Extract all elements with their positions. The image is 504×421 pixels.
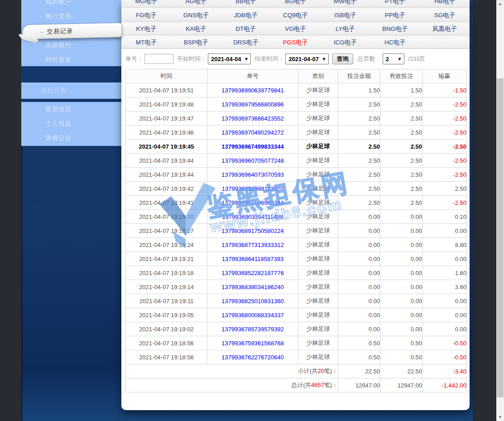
table-row: 2021-04-07 19:19:211379936864118587393少林… (126, 252, 467, 266)
order-number-link[interactable]: 1379936960705077248 (221, 157, 283, 164)
order-number-link[interactable]: 1379936964073070593 (221, 171, 283, 178)
tab-KA电子[interactable]: KA电子 (171, 25, 221, 33)
tab-CQ9电子[interactable]: CQ9电子 (271, 11, 321, 19)
tab-MT电子[interactable]: MT电子 (121, 39, 171, 47)
cell-time: 2021-04-07 19:18:56 (126, 336, 207, 350)
col-header-category: 类别 (298, 69, 338, 83)
order-number-link[interactable]: 1379936891750580224 (221, 227, 283, 234)
order-number-link[interactable]: 1379936852282187776 (221, 270, 283, 276)
cell-order[interactable]: 1379936785739579392 (207, 322, 298, 336)
end-date-select[interactable]: 2021-04-07 ▼ (285, 53, 328, 64)
order-number-link[interactable]: 1379936800088334337 (221, 312, 283, 319)
end-date-label: 结束时间： (254, 55, 284, 63)
tab-AG电子[interactable]: AG电子 (171, 0, 221, 5)
tab-MW电子[interactable]: MW电子 (320, 0, 370, 5)
order-number-link[interactable]: 1379936864118587393 (222, 256, 283, 262)
cell-winloss: -2.50 (422, 126, 467, 140)
order-number-link[interactable]: 1379936825010831360 (221, 298, 283, 305)
order-number-link[interactable]: 1379936838034186240 (221, 284, 283, 290)
order-number-link[interactable]: 1379936973686423552 (221, 115, 283, 122)
scroll-up-arrow-icon[interactable]: ▲ (496, 0, 504, 8)
cell-bet: 0.00 (338, 238, 380, 252)
cell-valid: 0.50 (380, 350, 422, 364)
tab-凤凰电子[interactable]: 凤凰电子 (420, 25, 470, 33)
cell-bet: 0.00 (338, 294, 380, 308)
cell-order[interactable]: 1379936960705077248 (207, 154, 298, 168)
order-number-link[interactable]: 1379936951506960384 (221, 199, 283, 206)
tab-HB电子[interactable]: HB电子 (420, 0, 470, 5)
tab-BG电子[interactable]: BG电子 (271, 0, 321, 5)
cell-order[interactable]: 1379936825010831360 (207, 294, 298, 308)
order-number-link[interactable]: 1379936954988113920 (222, 185, 283, 192)
cell-order[interactable]: 1379936838034186240 (207, 280, 298, 294)
cell-time: 2021-04-07 19:19:27 (126, 224, 207, 238)
cell-order[interactable]: 1379936800088334337 (207, 308, 298, 322)
tab-MG电子[interactable]: MG电子 (121, 0, 171, 5)
cell-bet: 0.00 (338, 210, 380, 224)
order-number-link[interactable]: 1379936785739579392 (221, 326, 283, 333)
tab-ISB电子[interactable]: ISB电子 (320, 11, 370, 19)
tab-PT电子[interactable]: PT电子 (370, 0, 420, 5)
cell-order[interactable]: 1379936970490294272 (207, 126, 298, 140)
cell-order[interactable]: 1379936903394111488 (207, 210, 298, 224)
order-number-link[interactable]: 1379936990639779841 (221, 87, 283, 94)
tab-DRS电子[interactable]: DRS电子 (221, 39, 271, 47)
tab-GNS电子[interactable]: GNS电子 (171, 11, 221, 19)
vertical-scrollbar[interactable]: ▲ ▼ (496, 0, 504, 421)
start-date-select[interactable]: 2021-04-04 ▼ (208, 53, 251, 64)
sidebar-item-我的帐户[interactable]: .我的帐户 (21, 0, 121, 9)
cell-order[interactable]: 1379936967499833344 (207, 140, 298, 154)
cell-order[interactable]: 1379936762276720640 (207, 350, 298, 364)
cell-order[interactable]: 1379936951506960384 (207, 196, 298, 210)
tab-HC电子[interactable]: HC电子 (370, 39, 420, 47)
tab-BB电子[interactable]: BB电子 (221, 0, 271, 5)
sidebar-item-最新信息[interactable]: .最新信息 (21, 102, 121, 116)
sidebar-item-银行交易[interactable]: .银行交易 (21, 9, 121, 24)
scroll-down-arrow-icon[interactable]: ▼ (496, 413, 504, 421)
cell-order[interactable]: 1379936973686423552 (207, 111, 298, 126)
order-number-link[interactable]: 1379936759361568768 (221, 340, 283, 347)
total-label-pre: 总计(共 (291, 382, 311, 388)
cell-order[interactable]: 1379936990639779841 (207, 83, 298, 97)
bullet-dot-icon: . (39, 105, 41, 111)
tab-PGS电子[interactable]: PGS电子 (271, 39, 321, 47)
order-input[interactable] (144, 54, 173, 64)
order-number-link[interactable]: 1379936877313933312 (221, 242, 283, 248)
tab-LY电子[interactable]: LY电子 (320, 25, 370, 33)
cell-order[interactable]: 1379936954988113920 (207, 182, 298, 196)
order-number-link[interactable]: 1379936970490294272 (221, 129, 283, 136)
cell-order[interactable]: 1379936964073070593 (207, 168, 298, 182)
cell-order[interactable]: 1379936852282187776 (207, 266, 298, 280)
order-number-link[interactable]: 1379936967499833344 (221, 143, 283, 150)
tab-DT电子[interactable]: DT电子 (221, 25, 271, 33)
cell-category: 少林足球 (298, 336, 338, 350)
query-button[interactable]: 查询 (332, 53, 353, 64)
tab-VG电子[interactable]: VG电子 (271, 25, 321, 33)
sidebar-item-游戏公告[interactable]: .游戏公告 (21, 131, 121, 145)
cell-valid: 2.50 (380, 126, 422, 140)
cell-valid: 0.00 (380, 224, 422, 238)
tab-PP电子[interactable]: PP电子 (370, 11, 420, 19)
scrollbar-thumb[interactable] (497, 78, 504, 397)
sidebar-item-个人信息[interactable]: .个人信息 (21, 116, 121, 131)
order-number-link[interactable]: 1379936903394111488 (222, 213, 283, 220)
tab-FG电子[interactable]: FG电子 (121, 11, 171, 19)
page-select[interactable]: 2 ▼ (383, 53, 404, 64)
tab-SG电子[interactable]: SG电子 (420, 11, 470, 19)
cell-category: 少林足球 (298, 168, 338, 182)
tab-KY电子[interactable]: KY电子 (121, 25, 171, 33)
sidebar-item-交易记录[interactable]: .交易记录 (23, 23, 122, 39)
cell-order[interactable]: 1379936877313933312 (207, 238, 298, 252)
cell-order[interactable]: 1379936759361568768 (207, 336, 298, 350)
cell-order[interactable]: 1379936891750580224 (207, 224, 298, 238)
cell-order[interactable]: 1379936864118587393 (207, 252, 298, 266)
cell-order[interactable]: 1379936979566800896 (207, 97, 298, 111)
tab-BSP电子[interactable]: BSP电子 (171, 39, 221, 47)
tab-JDB电子[interactable]: JDB电子 (221, 11, 271, 19)
tab-BNG电子[interactable]: BNG电子 (370, 25, 420, 33)
order-number-link[interactable]: 1379936979566800896 (221, 101, 283, 108)
sidebar-item-时时返水[interactable]: .时时返水 (21, 53, 121, 67)
table-row: 2021-04-07 19:19:141379936838034186240少林… (126, 280, 467, 294)
tab-ICG电子[interactable]: ICG电子 (320, 39, 370, 47)
order-number-link[interactable]: 1379936762276720640 (221, 354, 283, 361)
